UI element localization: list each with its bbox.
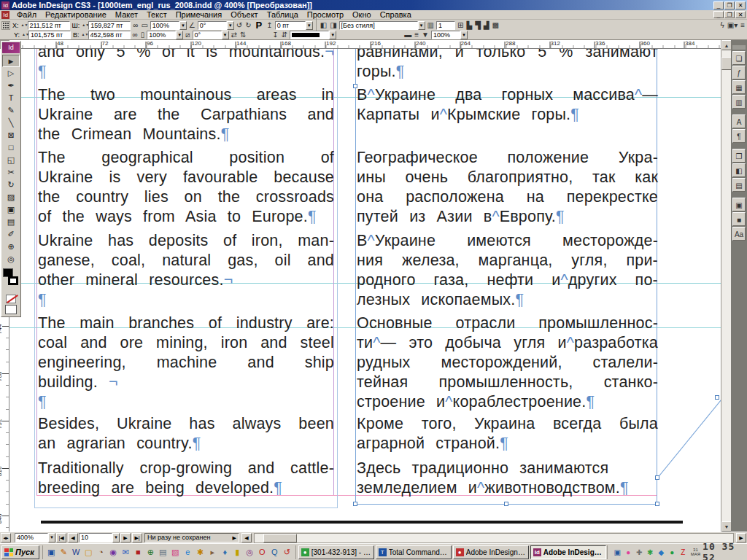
button-tool[interactable]: ▣ xyxy=(2,203,20,216)
horizontal-ruler[interactable]: 4872961201441681922162402642883123363603… xyxy=(9,40,721,49)
scroll-up-button[interactable]: ▲ xyxy=(721,40,732,50)
selection-handle[interactable] xyxy=(715,395,719,400)
opacity-field[interactable]: 100% xyxy=(431,31,460,39)
vertical-scroll-thumb[interactable] xyxy=(721,57,732,70)
width-stepper[interactable]: ▲▼ xyxy=(82,24,87,26)
scroll-down-button[interactable]: ▼ xyxy=(721,521,732,532)
dropdown-arrow-icon[interactable]: ▼ xyxy=(460,31,468,39)
arrows-icon[interactable]: ↧ xyxy=(271,31,279,39)
tray-icon-6[interactable]: ● xyxy=(667,548,677,557)
scale-y-combo[interactable]: 100% ▼ xyxy=(147,31,183,39)
menu-item-макет[interactable]: Макет xyxy=(111,10,142,19)
rotate-tool[interactable]: ↻ xyxy=(2,179,20,191)
dropdown-arrow-icon[interactable]: ▼ xyxy=(176,31,183,39)
reference-point-proxy[interactable] xyxy=(1,21,10,30)
rotation-combo[interactable]: 0° ▼ xyxy=(198,21,234,30)
strike-icon[interactable]: ≡ xyxy=(414,31,419,39)
ql-folder-icon[interactable]: ▢ xyxy=(83,547,94,558)
baseline-shift-combo[interactable]: 0 пт ▼ xyxy=(275,21,313,30)
fit-frame-icon[interactable]: ⊞ xyxy=(457,21,464,29)
wrap-icon[interactable]: ▩ xyxy=(492,21,500,29)
scale-y-field[interactable]: 100% xyxy=(147,31,176,39)
table-panel-icon[interactable]: ▥ xyxy=(732,95,746,109)
case-icon[interactable]: ▼ xyxy=(421,31,430,39)
stroke-proxy-icon[interactable]: ◨ xyxy=(329,21,337,29)
ql-winamp-icon[interactable]: ▮ xyxy=(232,547,243,558)
menu-item-таблица[interactable]: Таблица xyxy=(263,10,303,19)
horizontal-scroll-thumb[interactable] xyxy=(263,534,297,542)
library-panel-icon[interactable]: ▣ xyxy=(732,198,746,211)
document-canvas[interactable]: and only 5 % of it is mountainous.¬¶The … xyxy=(9,49,721,532)
close-button[interactable]: ✕ xyxy=(735,1,746,9)
doc-restore-button[interactable]: ❐ xyxy=(724,11,735,18)
ql-photoshop-icon[interactable]: ■ xyxy=(133,547,144,558)
height-stepper[interactable]: ▲▼ xyxy=(82,34,87,36)
flip-vertical-icon[interactable]: ⇅ xyxy=(239,31,247,39)
dropdown-arrow-icon[interactable]: ▼ xyxy=(179,21,187,30)
tray-icon-3[interactable]: ✚ xyxy=(635,548,644,557)
ql-media-icon[interactable]: ◉ xyxy=(108,547,119,558)
x-field[interactable]: 211,512 пт xyxy=(28,21,70,30)
doc-minimize-button[interactable]: _ xyxy=(713,11,724,18)
baseline-shift-field[interactable]: 0 пт xyxy=(275,21,306,30)
constrain-proportions-icon[interactable]: ∞ xyxy=(132,21,139,29)
glyphs-panel-icon[interactable]: ƒ xyxy=(732,66,746,79)
pencil-tool[interactable]: ✎ xyxy=(2,104,20,117)
doc-close-button[interactable]: ✕ xyxy=(735,11,746,18)
page-number-field[interactable]: 10 xyxy=(79,533,112,542)
tray-icon-5[interactable]: ◆ xyxy=(657,548,666,557)
screen-mode-icon[interactable]: ▣▾ xyxy=(727,21,738,29)
panel-menu-icon[interactable]: ≡ xyxy=(740,21,746,29)
task-indesign-cs3[interactable]: IdAdobe InDesign CS3 -... xyxy=(530,545,606,559)
align-center-icon[interactable]: ▜ xyxy=(474,21,481,29)
tray-icon-7[interactable]: Z xyxy=(678,548,688,557)
eyedropper-tool[interactable]: ✐ xyxy=(2,228,20,241)
selection-tool[interactable]: ► xyxy=(2,55,20,67)
link-icon[interactable]: ∞ xyxy=(132,31,139,39)
type-tool[interactable]: T xyxy=(2,92,20,104)
fill-stroke-swatches[interactable] xyxy=(2,268,20,292)
rotation-field[interactable]: 0° xyxy=(198,21,227,30)
menu-item-справка[interactable]: Справка xyxy=(376,10,416,19)
ql-quicktime-icon[interactable]: Q xyxy=(269,547,280,558)
horizontal-scrollbar[interactable] xyxy=(254,533,734,543)
baseline-up-icon[interactable]: ↥ xyxy=(266,21,273,29)
zoom-icon[interactable]: ◂▸ xyxy=(1,533,11,542)
ql-image-icon[interactable]: ▧ xyxy=(170,547,181,558)
fill-proxy-icon[interactable]: ◧ xyxy=(320,21,328,29)
quick-apply-icon[interactable]: ϟ xyxy=(719,21,724,29)
menu-item-текст[interactable]: Текст xyxy=(142,10,171,19)
start-button[interactable]: Пуск xyxy=(1,545,39,559)
arrows2-icon[interactable]: ⇵ xyxy=(281,31,288,39)
tray-icon-4[interactable]: ✱ xyxy=(646,548,655,557)
zoom-dropdown-arrow[interactable]: ▼ xyxy=(48,533,55,542)
scale-x-combo[interactable]: 100% ▼ xyxy=(150,21,187,30)
line-tool[interactable]: ╲ xyxy=(2,117,20,129)
pen-tool[interactable]: ✒ xyxy=(2,79,20,92)
stroke-weight-field[interactable] xyxy=(290,31,329,39)
scissors-tool[interactable]: ✂ xyxy=(2,166,20,179)
menu-item-файл[interactable]: Файл xyxy=(12,10,41,19)
rotate-cw-icon[interactable]: ↻ xyxy=(244,21,252,29)
y-field[interactable]: 101,575 пт xyxy=(28,31,71,39)
layers-panel-icon[interactable]: ◧ xyxy=(732,163,746,177)
ql-plane-icon[interactable]: ▸ xyxy=(207,547,218,558)
effects-panel-icon[interactable]: ❏ xyxy=(732,51,746,65)
menu-item-редактирование[interactable]: Редактирование xyxy=(41,10,111,19)
minimize-button[interactable]: _ xyxy=(713,1,724,9)
ql-clock-icon[interactable]: ◔ xyxy=(96,547,107,558)
first-page-button[interactable]: |◀ xyxy=(56,533,66,542)
task-total-commander[interactable]: TTotal Commander 6.03 - ... xyxy=(376,545,452,559)
free-transform-tool[interactable]: ◱ xyxy=(2,154,20,166)
tray-icon-2[interactable]: ● xyxy=(624,548,633,557)
dock-grabber[interactable] xyxy=(732,45,746,50)
ql-star-icon[interactable]: ✱ xyxy=(195,547,206,558)
align-right-icon[interactable]: ▟ xyxy=(483,21,490,29)
shear-combo[interactable]: 0° ▼ xyxy=(193,31,229,39)
page-dropdown-arrow[interactable]: ▼ xyxy=(112,533,120,542)
height-field[interactable]: 452,598 пт xyxy=(88,31,131,39)
ql-target-icon[interactable]: ◎ xyxy=(244,547,255,558)
last-page-button[interactable]: ▶| xyxy=(132,533,142,542)
ql-save-icon[interactable]: ▣ xyxy=(46,547,57,558)
stroke-weight-combo[interactable]: ▼ xyxy=(290,31,336,39)
